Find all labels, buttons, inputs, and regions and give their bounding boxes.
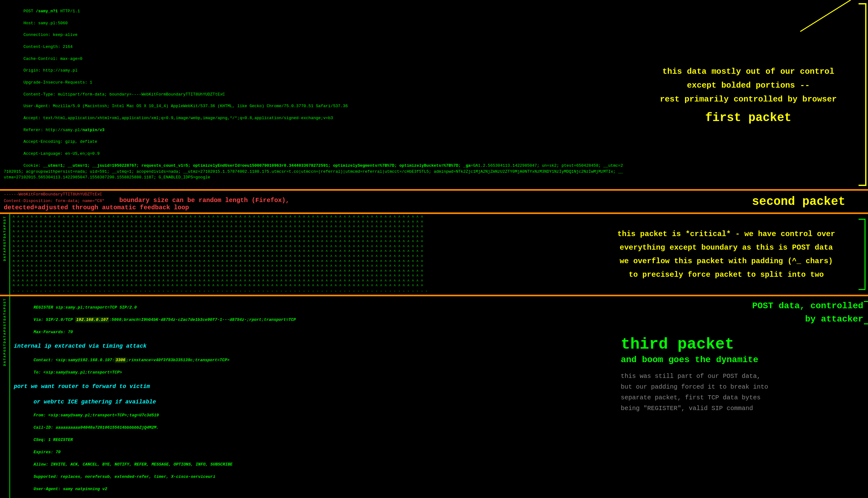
caret-annotation-text: this packet is *critical* - we have cont…: [617, 227, 835, 282]
http-line-3: Connection: keep-alive: [23, 32, 78, 37]
http-line-6: Origin: http://samy.pl: [23, 68, 78, 73]
post-data-controlled-block: POST data, controlled by attacker: [621, 299, 863, 326]
port-annotation: port we want router to forward to victim: [14, 382, 612, 391]
first-packet-subtitle: this data mostly out of our control exce…: [660, 65, 837, 106]
caret-annotation: this packet is *critical* - we have cont…: [585, 214, 868, 295]
sip-line-supported: Supported: replaces, norefersub, extende…: [33, 474, 215, 479]
boundary-line-2: Content-Disposition: form-data; name="C8…: [4, 197, 625, 211]
sip-line-cseq: CSeq: 1 REGISTER: [33, 437, 73, 442]
http-line-cookie: Cookie: __utms=1; __utms=1; __jsuid=1950…: [4, 163, 623, 180]
sip-line-expires: Expires: 70: [33, 450, 60, 455]
http-line-12: Accept-Encoding: gzip, deflate: [23, 139, 97, 144]
sip-content: REGISTER sip:samy.pl;transport=TCP SIP/2…: [10, 296, 616, 498]
boundary-text-2: Content-Disposition: form-data; name="C8…: [4, 199, 105, 203]
sidebar-data-label-4: DATA: [3, 332, 6, 343]
sidebar-data-label-3: DATA: [3, 309, 6, 320]
first-packet-label: first packet: [705, 111, 791, 124]
second-packet-label: second packet: [752, 195, 845, 208]
sip-line-contact: Contact: <sip:samy@192.168.0.107:3306;ri…: [33, 357, 229, 363]
first-packet-section: POST /samy_n?1 HTTP/1.1 Host: samy.pl:50…: [0, 0, 868, 191]
third-packet-section: POST DATA POST DATA POST DATA REGISTER s…: [0, 296, 868, 498]
http-line-11: Referer: http://samy.pl/natpin/v3: [23, 128, 104, 132]
sidebar-data-label-5: DATA: [3, 355, 6, 366]
http-line-13: Accept-Language: en-US,en;q=0.9: [23, 151, 99, 156]
boundary-text-1: ------WebKitFormBoundaryTTIT8UhYUDZTtExC: [4, 192, 102, 197]
http-line-2: Host: samy.pl:5060: [23, 21, 67, 26]
caret-dash-row: - - - - - - - - - - - - - - - - - - - - …: [13, 289, 582, 293]
http-line-7: Upgrade-Insecure-Requests: 1: [23, 80, 92, 85]
sip-line-maxfwd: Max-Forwards: 70: [33, 330, 73, 335]
post-data-bracket: [864, 301, 868, 324]
yellow-arrow-svg: [794, 0, 857, 38]
http-line-5: Cache-Control: max-age=0: [23, 56, 82, 61]
sip-line-allow: Allow: INVITE, ACK, CANCEL, BYE, NOTIFY,…: [33, 462, 232, 467]
http-line-8: Content-Type: multipart/form-data; bound…: [23, 92, 225, 97]
post-data-caret-section: POST DATA POST DATA ^ ^ ^ ^ ^ ^ ^ ^ ^ ^ …: [0, 214, 868, 296]
sip-line-register: REGISTER sip:samy.pl;transport=TCP SIP/2…: [33, 305, 137, 310]
first-packet-bracket: [858, 3, 866, 186]
sidebar-data-label-2: DATA: [3, 250, 6, 261]
boundary-annotation-sub: detected+adjusted through automatic feed…: [4, 204, 189, 211]
sip-line-from: From: <sip:samy@samy.pl;transport=TCP>;t…: [33, 413, 159, 418]
post-data-controlled-label: POST data, controlled by attacker: [621, 299, 863, 326]
sidebar-data-label-1: DATA: [3, 227, 6, 238]
caret-data: ^ ^ ^ ^ ^ ^ ^ ^ ^ ^ ^ ^ ^ ^ ^ ^ ^ ^ ^ ^ …: [13, 215, 582, 289]
boom-label: and boom goes the dynamite: [621, 355, 863, 365]
http-line-10: Accept: text/html,application/xhtml+xml,…: [23, 116, 333, 120]
sec3-sidebar: POST DATA POST DATA: [0, 214, 10, 295]
caret-content: ^ ^ ^ ^ ^ ^ ^ ^ ^ ^ ^ ^ ^ ^ ^ ^ ^ ^ ^ ^ …: [10, 214, 585, 295]
ip-highlight: 192.168.0.107: [75, 317, 109, 323]
boundary-line-1: ------WebKitFormBoundaryTTIT8UhYUDZTtExC: [4, 192, 625, 197]
sip-line-via: Via: SIP/2.0/TCP 192.168.0.107:5060;bran…: [33, 317, 296, 323]
second-packet-annotation: second packet: [625, 195, 864, 208]
svg-line-0: [800, 0, 851, 31]
first-packet-annotation: this data mostly out of our control exce…: [629, 0, 868, 189]
http-line-9: User-Agent: Mozilla/5.0 (Macintosh; Inte…: [23, 104, 348, 108]
boundary-content: ------WebKitFormBoundaryTTIT8UhYUDZTtExC…: [4, 192, 625, 211]
webrtc-annotation: or webrtc ICE gathering if available: [33, 399, 156, 405]
sidebar-post-label-3: POST: [3, 298, 6, 309]
explanation-block: this was still part of our POST data, bu…: [621, 371, 863, 414]
sidebar-post-label-4: POST: [3, 320, 6, 332]
port-highlight: 3306: [114, 357, 126, 363]
third-packet-annotation: POST data, controlled by attacker third …: [616, 296, 868, 498]
http-line-1: POST /samy_n?1 HTTP/1.1: [23, 9, 80, 14]
page-wrapper: POST /samy_n?1 HTTP/1.1 Host: samy.pl:50…: [0, 0, 868, 498]
http-data: POST /samy_n?1 HTTP/1.1 Host: samy.pl:50…: [4, 2, 625, 187]
sip-line-to: To: <sip:samy@samy.pl;transport=TCP>: [33, 370, 122, 375]
sec4-sidebar: POST DATA POST DATA POST DATA: [0, 296, 10, 498]
http-headers-content: POST /samy_n?1 HTTP/1.1 Host: samy.pl:50…: [0, 0, 629, 189]
sip-data: REGISTER sip:samy.pl;transport=TCP SIP/2…: [14, 298, 612, 498]
sip-line-callid: Call-ID: aaaaaaaaaa04040a726106155614bbb…: [33, 425, 159, 430]
caret-green-bracket: [858, 219, 866, 290]
ip-annotation: internal ip extracted via timing attack: [14, 342, 612, 351]
sip-line-useragent: User-Agent: samy natpinning v2: [33, 487, 107, 492]
sidebar-post-label-2: POST: [3, 238, 6, 250]
sidebar-post-label-1: POST: [3, 215, 6, 227]
http-line-4: Content-Length: 2164: [23, 44, 72, 49]
third-packet-label: third packet: [621, 335, 863, 353]
sidebar-post-label-5: POST: [3, 343, 6, 355]
third-packet-label-block: third packet and boom goes the dynamite: [621, 335, 863, 365]
second-packet-section: ------WebKitFormBoundaryTTIT8UhYUDZTtExC…: [0, 191, 868, 214]
